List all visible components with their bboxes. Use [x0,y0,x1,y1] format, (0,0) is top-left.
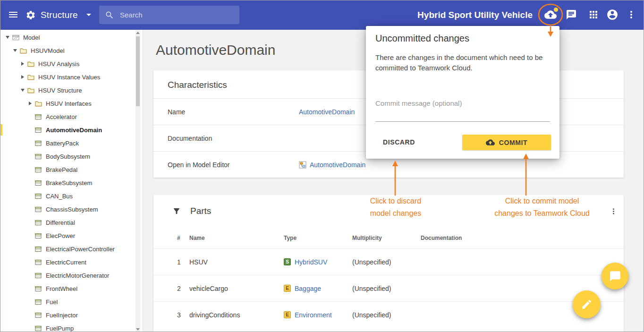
expander-spacer [26,308,34,322]
tree-item-chassissubsystem[interactable]: ChassisSubsystem [0,203,143,216]
tree-item-fuel[interactable]: Fuel [0,295,143,308]
search-input[interactable] [114,11,239,19]
tree-item-elecpower[interactable]: ElecPower [0,229,143,242]
tree-item-brakepedal[interactable]: BrakePedal [0,163,143,176]
parts-column-headers: #NameTypeMultiplicityDocumentation [153,228,624,248]
block-icon [35,272,43,279]
expander-right-icon[interactable] [26,97,34,110]
block-icon [35,259,43,265]
block-icon [35,286,43,292]
expander-down-icon[interactable] [19,84,26,97]
tree-item-fuelpump[interactable]: FuelPump [0,322,143,332]
discard-button[interactable]: DISCARD [376,134,422,151]
tree-item-electricalpowercontroller[interactable]: ElectricalPowerController [0,242,143,255]
tree-item-differential[interactable]: Differential [0,216,143,229]
parts-menu-icon[interactable] [609,207,618,216]
account-button[interactable] [603,5,622,24]
part-type-link[interactable]: Baggage [295,285,321,292]
tree-item-label: BatteryPack [46,140,79,147]
chat-icon [566,9,577,20]
expander-right-icon[interactable] [19,70,26,84]
apps-button[interactable] [584,5,603,24]
tree-item-frontwheel[interactable]: FrontWheel [0,282,143,295]
block-icon [35,325,43,332]
pencil-icon [581,298,593,310]
block-icon [35,312,43,318]
tree-item-label: FuelInjector [46,312,78,319]
characteristic-value-text[interactable]: AutomotiveDomain [310,161,365,169]
scroll-down-icon[interactable] [136,326,140,332]
tree-item-label: HSUVModel [31,47,65,54]
block-icon [35,220,43,226]
tree-item-label: BodySubsystem [46,153,90,160]
tree-item-batterypack[interactable]: BatteryPack [0,136,143,150]
characteristic-value-text[interactable]: AutomotiveDomain [299,108,355,116]
part-type: SHybridSUV [284,258,352,266]
expander-spacer [26,176,34,189]
tree-item-label: ElecPower [46,232,75,239]
tree-item-hsuv-interfaces[interactable]: HSUV Interfaces [0,97,143,110]
tree-item-fuelinjector[interactable]: FuelInjector [0,308,143,322]
tree-item-electriccurrent[interactable]: ElectricCurrent [0,255,143,269]
more-button[interactable] [622,5,641,24]
part-type-link[interactable]: Environment [295,311,332,319]
tree-item-label: Differential [46,219,75,226]
account-icon [606,9,619,21]
tree-item-hsuvmodel[interactable]: HSUVModel [0,44,143,57]
perspective-label: Structure [41,10,78,20]
tree-item-label: ChassisSubsystem [46,206,98,213]
expander-spacer [26,189,34,203]
edit-fab[interactable] [573,290,601,318]
menu-button[interactable] [4,5,23,24]
commit-message-input[interactable] [375,94,550,122]
type-badge-e-icon: E [284,285,291,292]
tree-item-label: ElectricMotorGenerator [46,272,109,279]
tree-item-label: FuelPump [46,325,74,332]
tree-scrollbar[interactable] [136,30,140,332]
expander-down-icon[interactable] [11,44,19,57]
document-title: Hybrid Sport Utility Vehicle [417,0,533,30]
expander-spacer [26,110,34,123]
expander-spacer [26,269,34,282]
folder-icon [35,101,43,107]
commit-button[interactable]: COMMIT [462,135,551,150]
tree-item-can-bus[interactable]: CAN_Bus [0,189,143,203]
column-header-type: Type [284,235,352,241]
tree-item-bodysubsystem[interactable]: BodySubsystem [0,150,143,163]
expander-spacer [26,229,34,242]
tree-item-label: HSUV Interfaces [46,100,92,107]
expander-right-icon[interactable] [19,57,26,70]
tree-item-automotivedomain[interactable]: AutomotiveDomain [0,123,143,136]
tree-item-electricmotorgenerator[interactable]: ElectricMotorGenerator [0,269,143,282]
perspective-selector[interactable]: Structure [25,0,91,30]
tree-item-model[interactable]: Model [0,31,143,44]
comments-button[interactable] [562,5,581,24]
tree-item-hsuv-analysis[interactable]: HSUV Analysis [0,57,143,70]
type-badge-e-icon: E [284,311,291,318]
block-icon [35,299,43,305]
discard-annotation-text: Click to discard model changes [355,195,436,220]
tree-item-label: Accelerator [46,113,77,120]
scroll-up-icon[interactable] [136,30,140,35]
filter-icon[interactable] [172,207,181,215]
commit-cloud-button[interactable] [541,5,560,24]
tree-item-hsuv-instance-values[interactable]: HSUV Instance Values [0,70,143,84]
comments-fab[interactable] [602,263,628,289]
tree-item-accelerator[interactable]: Accelerator [0,110,143,123]
characteristic-value: AutomotiveDomain [299,161,610,169]
block-icon [35,206,43,213]
characteristic-label: Open in Model Editor [168,161,299,169]
characteristic-label: Documentation [168,135,299,142]
uncommitted-changes-popup: Uncommitted changes There are changes in… [366,26,559,159]
expander-spacer [26,163,34,176]
tree-item-brakesubsystem[interactable]: BrakeSubsystem [0,176,143,189]
chat-bubble-icon [609,270,621,282]
tree-item-label: HSUV Structure [38,87,82,94]
part-type-link[interactable]: HybridSUV [295,258,327,266]
tree-item-hsuv-structure[interactable]: HSUV Structure [0,84,143,97]
expander-down-icon[interactable] [4,31,11,44]
scrollbar-thumb[interactable] [136,36,140,106]
popup-title: Uncommitted changes [375,33,469,44]
tree-item-label: AutomotiveDomain [46,127,102,134]
part-name: vehicleCargo [189,285,284,292]
